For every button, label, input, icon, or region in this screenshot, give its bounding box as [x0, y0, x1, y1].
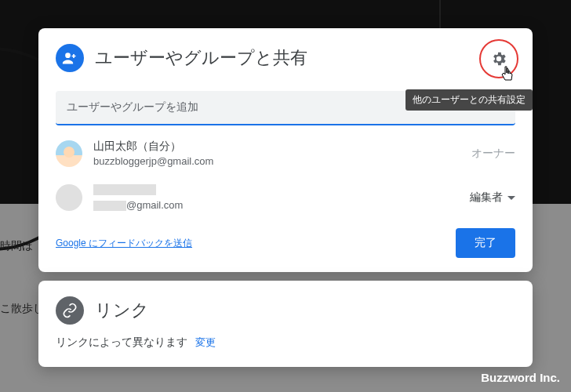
chevron-down-icon: [507, 196, 515, 200]
person-name: 山田太郎（自分）: [93, 140, 471, 154]
share-title: ユーザーやグループと共有: [95, 46, 307, 70]
person-email: buzzbloggerjp@gmail.com: [93, 155, 471, 167]
avatar: [56, 140, 82, 167]
brand-watermark: Buzzword Inc.: [481, 371, 560, 384]
role-owner: オーナー: [471, 147, 515, 161]
link-dialog: リンク リンクによって異なります 変更: [38, 281, 533, 367]
role-dropdown[interactable]: 編集者: [470, 191, 515, 205]
feedback-link[interactable]: Google にフィードバックを送信: [56, 237, 192, 250]
settings-tooltip: 他のユーザーとの共有設定: [406, 89, 533, 111]
person-add-icon: [56, 44, 84, 72]
link-title: リンク: [95, 299, 149, 322]
gear-icon: [490, 50, 507, 67]
avatar: [56, 184, 82, 211]
person-row-editor: @gmail.com 編集者: [56, 181, 515, 214]
person-name-redacted: [93, 184, 470, 198]
change-link[interactable]: 変更: [195, 336, 216, 348]
settings-button[interactable]: [479, 39, 518, 78]
link-icon: [56, 296, 84, 325]
person-email: @gmail.com: [93, 199, 470, 211]
share-dialog: ユーザーやグループと共有 他のユーザーとの共有設定 ユーザーやグループを追加 山…: [38, 28, 533, 272]
done-button[interactable]: 完了: [456, 228, 515, 258]
person-row-owner: 山田太郎（自分） buzzbloggerjp@gmail.com オーナー: [56, 136, 515, 170]
link-subtitle: リンクによって異なります: [56, 336, 187, 348]
svg-point-0: [65, 53, 71, 58]
